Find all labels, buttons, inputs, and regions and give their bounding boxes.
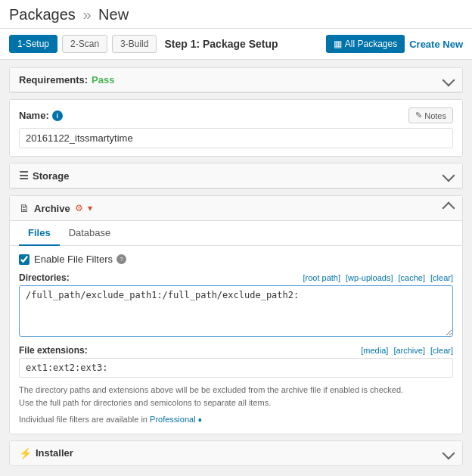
installer-panel: ⚡ Installer: [9, 440, 463, 466]
name-section: Name: i ✎ Notes: [9, 99, 463, 157]
hint-text: The directory paths and extensions above…: [19, 384, 453, 409]
pass-badge: Pass: [92, 74, 114, 86]
cache-link[interactable]: [cache]: [399, 273, 425, 282]
installer-title: ⚡ Installer: [19, 447, 73, 459]
step-label: Step 1: Package Setup: [164, 38, 321, 50]
name-row: Name: i ✎ Notes: [19, 107, 453, 123]
tab-files[interactable]: Files: [19, 221, 60, 246]
breadcrumb-sep: »: [82, 6, 91, 23]
diamond-icon: ♦: [198, 415, 202, 424]
create-new-button[interactable]: Create New: [409, 39, 463, 50]
directories-textarea[interactable]: /full_path/exclude_path1:/full_path/excl…: [19, 285, 453, 337]
enable-filters-row: Enable File Filters ?: [19, 254, 453, 265]
name-info-icon[interactable]: i: [52, 110, 63, 121]
page-header: Packages » New: [0, 0, 472, 29]
directories-links: [root path] [wp-uploads] [cache] [clear]: [300, 273, 453, 282]
directories-label: Directories:: [19, 272, 70, 283]
clear-dirs-link[interactable]: [clear]: [430, 273, 453, 282]
root-path-link[interactable]: [root path]: [303, 273, 340, 282]
archive-filter-icon[interactable]: ▾: [88, 203, 92, 213]
archive-tabs: Files Database: [10, 221, 462, 246]
archive-link[interactable]: [archive]: [393, 346, 425, 355]
hint2: Use the full path for directories and se…: [19, 397, 453, 409]
enable-filters-label[interactable]: Enable File Filters ?: [34, 254, 126, 265]
directories-row: Directories: [root path] [wp-uploads] [c…: [19, 272, 453, 283]
archive-body: Enable File Filters ? Directories: [root…: [10, 246, 462, 434]
enable-filters-help-icon[interactable]: ?: [116, 254, 126, 264]
file-ext-row: File extensions: [media] [archive] [clea…: [19, 345, 453, 356]
tab-database[interactable]: Database: [60, 221, 120, 246]
file-ext-input[interactable]: [19, 358, 453, 378]
wp-uploads-link[interactable]: [wp-uploads]: [346, 273, 393, 282]
requirements-header[interactable]: Requirements: Pass: [10, 68, 462, 92]
media-link[interactable]: [media]: [361, 346, 388, 355]
storage-icon: ☰: [19, 170, 29, 182]
hint3-row: Individual file filters are available in…: [19, 413, 453, 426]
storage-header[interactable]: ☰ Storage: [10, 163, 462, 188]
file-ext-links: [media] [archive] [clear]: [358, 346, 453, 355]
step1-button[interactable]: 1-Setup: [9, 35, 57, 53]
professional-link[interactable]: Professional: [150, 415, 196, 424]
storage-title: ☰ Storage: [19, 170, 69, 182]
page-title: Packages » New: [9, 6, 129, 23]
name-label: Name: i: [19, 110, 63, 121]
table-icon: ▦: [334, 39, 342, 49]
enable-filters-checkbox[interactable]: [19, 254, 30, 265]
archive-panel: 🗎 Archive ⚙ ▾ Files Database Enable File…: [9, 195, 463, 434]
name-input[interactable]: [19, 128, 453, 148]
requirements-chevron-icon: [442, 73, 455, 86]
page-subtitle: New: [98, 6, 129, 23]
all-packages-button[interactable]: ▦ All Packages: [326, 35, 405, 53]
step-bar: 1-Setup 2-Scan 3-Build Step 1: Package S…: [0, 29, 472, 60]
installer-chevron-icon: [442, 446, 455, 459]
storage-chevron-icon: [442, 170, 455, 182]
archive-header[interactable]: 🗎 Archive ⚙ ▾: [10, 196, 462, 221]
pencil-icon: ✎: [415, 110, 422, 120]
hint3-text: Individual file filters are available in: [19, 415, 150, 424]
clear-ext-link[interactable]: [clear]: [430, 346, 453, 355]
archive-title-area: 🗎 Archive ⚙ ▾: [19, 202, 92, 214]
notes-button[interactable]: ✎ Notes: [408, 107, 453, 123]
hint1: The directory paths and extensions above…: [19, 384, 453, 397]
storage-panel: ☰ Storage: [9, 163, 463, 189]
page-title-text: Packages: [9, 6, 76, 23]
archive-icon: 🗎: [19, 202, 30, 214]
requirements-panel: Requirements: Pass: [9, 67, 463, 93]
footer-buttons: Reset Next: [9, 472, 463, 477]
step2-button[interactable]: 2-Scan: [62, 35, 107, 53]
file-ext-label: File extensions:: [19, 345, 88, 356]
archive-settings-icon[interactable]: ⚙: [75, 203, 83, 213]
main-content: Requirements: Pass Name: i ✎ Notes ☰ Sto…: [0, 60, 472, 476]
installer-header[interactable]: ⚡ Installer: [10, 441, 462, 465]
archive-title: Archive: [34, 203, 70, 214]
requirements-title: Requirements: Pass: [19, 74, 114, 86]
archive-chevron-icon: [442, 202, 455, 215]
step3-button[interactable]: 3-Build: [112, 35, 157, 53]
bolt-icon: ⚡: [19, 447, 32, 459]
